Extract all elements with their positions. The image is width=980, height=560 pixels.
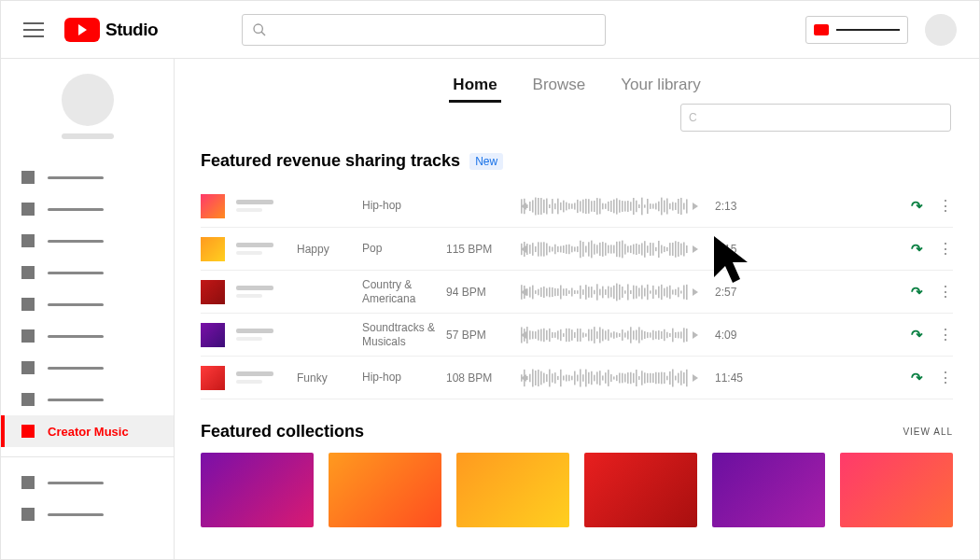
svg-rect-119	[680, 243, 682, 255]
svg-rect-292	[661, 371, 663, 384]
view-all-link[interactable]: VIEW ALL	[903, 427, 953, 437]
svg-rect-147	[591, 287, 593, 298]
svg-rect-21	[574, 203, 576, 209]
sidebar-item[interactable]	[1, 384, 174, 415]
svg-rect-92	[605, 243, 607, 256]
svg-rect-279	[624, 373, 626, 382]
analytics-icon	[21, 234, 35, 247]
svg-rect-280	[627, 372, 629, 384]
svg-rect-175	[669, 285, 671, 298]
gear-icon	[21, 476, 35, 489]
svg-rect-213	[608, 329, 609, 340]
svg-rect-33	[608, 201, 609, 210]
channel-avatar[interactable]	[62, 74, 114, 126]
svg-rect-57	[675, 203, 677, 210]
sidebar-item[interactable]	[1, 257, 174, 288]
logo[interactable]: Studio	[64, 18, 158, 42]
track-row[interactable]: Country & Americana 94 BPM 2:57 ↷ ⋮	[201, 271, 953, 314]
share-icon[interactable]: ↷	[911, 370, 923, 386]
new-badge: New	[469, 153, 503, 170]
sidebar-item-creator-music[interactable]: Creator Music	[1, 415, 174, 447]
svg-rect-98	[622, 240, 623, 258]
svg-rect-58	[678, 199, 679, 214]
waveform[interactable]	[521, 195, 698, 217]
track-genre: Country & Americana	[362, 278, 446, 305]
sidebar-item[interactable]	[1, 320, 174, 352]
svg-rect-252	[549, 369, 551, 386]
svg-rect-221	[630, 327, 632, 343]
track-title-placeholder	[236, 243, 297, 255]
waveform[interactable]	[521, 324, 698, 346]
share-icon[interactable]: ↷	[911, 284, 923, 301]
more-icon[interactable]: ⋮	[938, 240, 953, 258]
waveform[interactable]	[521, 281, 698, 303]
svg-rect-224	[638, 327, 640, 343]
share-icon[interactable]: ↷	[911, 241, 923, 258]
collection-card[interactable]	[201, 453, 314, 527]
svg-rect-95	[613, 245, 615, 253]
track-row[interactable]: Funky Hip-hop 108 BPM 11:45 ↷ ⋮	[201, 357, 953, 399]
sidebar-item[interactable]	[1, 467, 174, 498]
svg-rect-272	[605, 372, 607, 384]
collection-card[interactable]	[584, 453, 697, 527]
svg-rect-200	[571, 329, 573, 341]
svg-rect-107	[647, 245, 649, 253]
sidebar-item[interactable]	[1, 193, 174, 225]
library-search-input[interactable]: C	[680, 104, 951, 132]
sidebar-item[interactable]	[1, 161, 174, 193]
sidebar-item[interactable]	[1, 288, 174, 320]
svg-rect-13	[552, 199, 553, 214]
svg-rect-48	[650, 203, 651, 209]
svg-rect-251	[546, 373, 548, 381]
track-row[interactable]: Soundtracks & Musicals 57 BPM 4:09 ↷ ⋮	[201, 314, 953, 357]
svg-rect-171	[658, 286, 660, 298]
svg-rect-211	[602, 329, 604, 341]
svg-rect-276	[616, 374, 618, 380]
svg-rect-145	[585, 285, 587, 300]
track-row[interactable]: Hip-hop 2:13 ↷ ⋮	[201, 185, 953, 228]
waveform[interactable]	[521, 367, 698, 389]
svg-rect-290	[655, 371, 657, 384]
more-icon[interactable]: ⋮	[938, 197, 953, 215]
tab-library[interactable]: Your library	[617, 70, 704, 103]
svg-rect-178	[678, 287, 679, 297]
svg-rect-69	[540, 242, 542, 256]
svg-rect-104	[638, 245, 640, 254]
sidebar-item[interactable]	[1, 225, 174, 257]
svg-rect-85	[585, 245, 587, 252]
more-icon[interactable]: ⋮	[938, 326, 953, 343]
share-icon[interactable]: ↷	[911, 198, 923, 215]
track-row[interactable]: Happy Pop 115 BPM 3:15 ↷ ⋮	[201, 228, 953, 271]
svg-rect-134	[554, 287, 556, 295]
more-icon[interactable]: ⋮	[938, 369, 953, 386]
svg-rect-174	[666, 287, 668, 297]
track-genre: Soundtracks & Musicals	[362, 321, 446, 348]
svg-rect-79	[568, 244, 570, 253]
sidebar-item[interactable]	[1, 498, 174, 530]
svg-rect-22	[577, 199, 579, 212]
svg-rect-295	[669, 371, 671, 384]
collection-card[interactable]	[329, 453, 441, 527]
avatar[interactable]	[925, 14, 957, 46]
tab-browse[interactable]: Browse	[529, 70, 590, 103]
sidebar-item[interactable]	[1, 352, 174, 384]
svg-rect-287	[647, 372, 649, 382]
track-bpm: 108 BPM	[446, 371, 521, 385]
collection-card[interactable]	[456, 453, 569, 527]
svg-rect-195	[557, 330, 559, 339]
menu-icon[interactable]	[23, 22, 44, 37]
svg-rect-64	[526, 244, 528, 255]
svg-rect-194	[554, 332, 556, 338]
waveform[interactable]	[521, 238, 698, 260]
search-input[interactable]	[242, 14, 606, 46]
more-icon[interactable]: ⋮	[938, 283, 953, 301]
collection-card[interactable]	[712, 453, 825, 527]
tab-home[interactable]: Home	[449, 70, 500, 103]
share-icon[interactable]: ↷	[911, 327, 923, 343]
svg-rect-131	[546, 287, 548, 296]
svg-rect-16	[560, 202, 562, 209]
svg-rect-192	[549, 328, 551, 341]
collection-card[interactable]	[840, 453, 953, 527]
create-button[interactable]	[805, 16, 908, 44]
svg-rect-298	[678, 372, 679, 383]
